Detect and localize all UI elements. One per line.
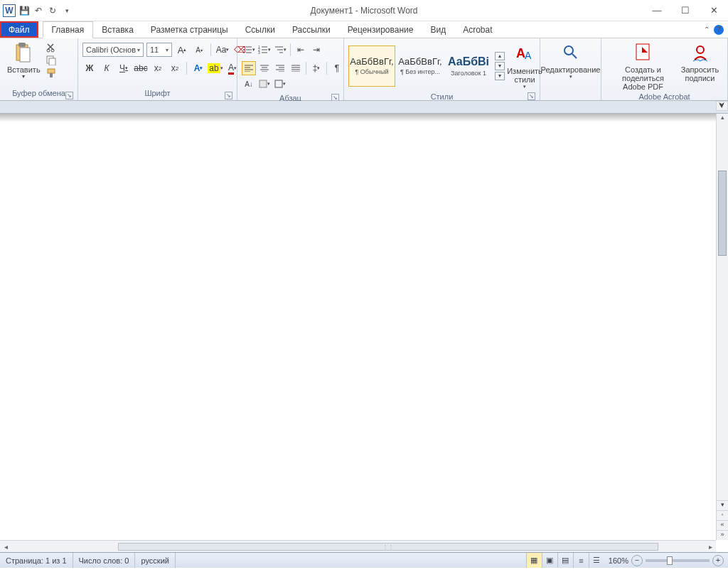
page-status[interactable]: Страница: 1 из 1 <box>0 553 73 568</box>
justify-icon[interactable] <box>289 61 303 75</box>
undo-icon[interactable]: ↶ <box>33 5 44 16</box>
styles-scroll-down-icon[interactable]: ▾ <box>495 62 505 70</box>
tab-mailings[interactable]: Рассылки <box>284 21 339 38</box>
redo-icon[interactable]: ↻ <box>47 5 58 16</box>
align-left-icon[interactable] <box>242 61 256 75</box>
sort-icon[interactable]: A↓ <box>242 77 256 91</box>
draft-view-icon[interactable]: ☰ <box>589 553 604 568</box>
tab-view[interactable]: Вид <box>422 21 454 38</box>
minimize-button[interactable]: — <box>643 0 671 21</box>
word-logo-icon[interactable]: W <box>3 4 16 17</box>
cut-icon[interactable] <box>46 43 59 53</box>
document-viewport: ▴ ▾ ◦ « » ◂ ⋮⋮ ▸ <box>0 114 728 552</box>
show-marks-icon[interactable]: ¶ <box>330 61 344 75</box>
text-effects-icon[interactable]: A▾ <box>191 61 205 75</box>
superscript-icon[interactable]: x2 <box>168 61 182 75</box>
style-no-spacing[interactable]: АаБбВвГг, ¶ Без интер... <box>397 45 444 87</box>
align-center-icon[interactable] <box>257 61 272 75</box>
view-mode-buttons: ▦ ▣ ▤ ≡ ☰ <box>526 553 604 568</box>
zoom-in-button[interactable]: + <box>712 555 724 566</box>
request-signatures-button[interactable]: Запросить подписи <box>679 40 722 84</box>
quick-access-toolbar: W 💾 ↶ ↻ ▾ <box>0 4 73 17</box>
vertical-scrollbar[interactable]: ▴ ▾ ◦ « » <box>716 114 728 540</box>
tab-insert[interactable]: Вставка <box>93 21 142 38</box>
qat-customize-icon[interactable]: ▾ <box>61 5 73 16</box>
word-count[interactable]: Число слов: 0 <box>73 553 136 568</box>
find-icon <box>560 41 582 64</box>
styles-scroll-up-icon[interactable]: ▴ <box>495 52 505 60</box>
styles-dialog-launcher[interactable]: ↘ <box>528 92 535 100</box>
grow-font-icon[interactable]: A▴ <box>175 43 189 57</box>
document-area[interactable] <box>0 114 716 540</box>
zoom-slider-knob[interactable] <box>667 556 673 565</box>
maximize-button[interactable]: ☐ <box>671 0 700 21</box>
scroll-down-icon[interactable]: ▾ <box>717 500 728 510</box>
create-pdf-button[interactable]: Создать и поделиться Adobe PDF <box>608 40 679 92</box>
italic-icon[interactable]: К <box>100 61 114 75</box>
print-layout-view-icon[interactable]: ▦ <box>526 553 542 568</box>
browse-object-icon[interactable]: ◦ <box>717 510 728 520</box>
styles-expand-icon[interactable]: ▾ <box>495 72 505 80</box>
svg-rect-2 <box>18 43 26 47</box>
font-name-combo[interactable]: Calibri (Основ▾ <box>82 43 144 57</box>
paste-button[interactable]: Вставить ▾ <box>3 40 45 82</box>
full-screen-view-icon[interactable]: ▣ <box>542 553 557 568</box>
tab-acrobat[interactable]: Acrobat <box>454 21 500 38</box>
svg-text:A: A <box>525 50 532 61</box>
align-right-icon[interactable] <box>273 61 287 75</box>
multilevel-list-icon[interactable]: ▾ <box>273 43 287 57</box>
style-normal[interactable]: АаБбВвГг, ¶ Обычный <box>348 45 395 87</box>
highlight-icon[interactable]: ab▾ <box>208 61 223 75</box>
scroll-up-icon[interactable]: ▴ <box>717 114 728 125</box>
tab-review[interactable]: Рецензирование <box>339 21 422 38</box>
vertical-scroll-thumb[interactable] <box>718 171 727 256</box>
scroll-right-icon[interactable]: ▸ <box>705 543 716 551</box>
outline-view-icon[interactable]: ≡ <box>573 553 589 568</box>
clipboard-dialog-launcher[interactable]: ↘ <box>65 92 73 99</box>
group-clipboard: Вставить ▾ Буфер обмена ↘ <box>0 38 78 100</box>
horizontal-scroll-thumb[interactable]: ⋮⋮ <box>118 543 658 551</box>
strikethrough-icon[interactable]: abc <box>134 61 148 75</box>
horizontal-ruler[interactable]: ⮟ <box>0 101 728 114</box>
scroll-left-icon[interactable]: ◂ <box>0 543 11 551</box>
numbering-icon[interactable]: 123▾ <box>257 43 272 57</box>
language-status[interactable]: русский <box>135 553 175 568</box>
increase-indent-icon[interactable]: ⇥ <box>309 43 323 57</box>
help-icon[interactable]: ? <box>714 25 724 35</box>
style-heading-1[interactable]: АаБбВі Заголовок 1 <box>445 45 492 87</box>
line-spacing-icon[interactable]: ‡▾ <box>309 61 323 75</box>
bullets-icon[interactable]: ▾ <box>242 43 256 57</box>
horizontal-scrollbar[interactable]: ◂ ⋮⋮ ▸ <box>0 540 716 552</box>
font-dialog-launcher[interactable]: ↘ <box>225 92 232 99</box>
change-case-icon[interactable]: Aa▾ <box>215 43 230 57</box>
shrink-font-icon[interactable]: A▾ <box>192 43 206 57</box>
tab-references[interactable]: Ссылки <box>237 21 284 38</box>
tab-page-layout[interactable]: Разметка страницы <box>142 21 237 38</box>
web-layout-view-icon[interactable]: ▤ <box>557 553 573 568</box>
copy-icon[interactable] <box>46 55 59 65</box>
svg-point-9 <box>243 46 245 48</box>
subscript-icon[interactable]: x2 <box>151 61 165 75</box>
zoom-out-button[interactable]: − <box>631 555 643 566</box>
page-surface[interactable] <box>0 122 716 540</box>
bold-icon[interactable]: Ж <box>82 61 97 75</box>
tab-home[interactable]: Главная <box>43 21 94 38</box>
save-icon[interactable]: 💾 <box>18 5 30 16</box>
font-size-combo[interactable]: 11▾ <box>146 43 172 57</box>
tab-file[interactable]: Файл <box>0 21 38 38</box>
close-button[interactable]: ✕ <box>700 0 728 21</box>
svg-rect-41 <box>275 80 282 87</box>
find-button[interactable]: Редактирование▾ <box>537 40 605 81</box>
svg-point-13 <box>243 52 245 53</box>
next-page-icon[interactable]: » <box>717 530 728 540</box>
zoom-slider[interactable] <box>646 559 710 562</box>
prev-page-icon[interactable]: « <box>717 520 728 530</box>
underline-icon[interactable]: Ч▾ <box>117 61 131 75</box>
decrease-indent-icon[interactable]: ⇤ <box>294 43 308 57</box>
minimize-ribbon-icon[interactable]: ⌃ <box>704 26 710 33</box>
zoom-value[interactable]: 160% <box>609 556 628 565</box>
shading-icon[interactable]: ▾ <box>257 77 272 91</box>
format-painter-icon[interactable] <box>46 68 59 78</box>
borders-icon[interactable]: ▾ <box>273 77 287 91</box>
expand-ribbon-icon[interactable]: ⮟ <box>716 101 728 111</box>
